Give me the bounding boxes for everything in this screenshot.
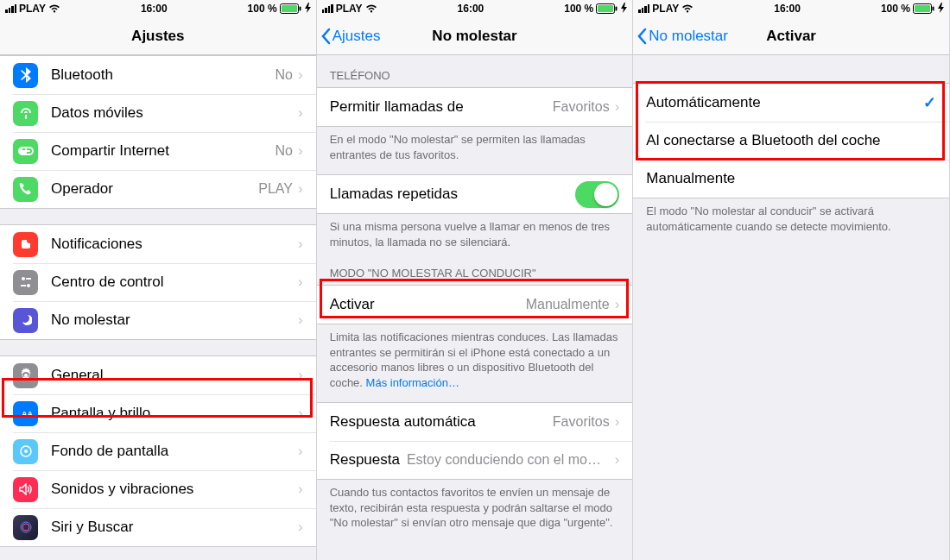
check-icon: ✓	[923, 93, 936, 112]
chevron-left-icon	[636, 28, 647, 45]
clock: 16:00	[774, 3, 801, 15]
moon-icon	[13, 308, 38, 333]
signal-icon	[5, 4, 16, 13]
nav-bar: No molestar Activar	[633, 17, 949, 55]
battery-icon	[280, 3, 302, 14]
cell-label: Centro de control	[51, 274, 298, 291]
antenna-icon	[13, 101, 38, 126]
nav-title: Ajustes	[131, 28, 184, 45]
battery-percent: 100 %	[881, 3, 910, 15]
activate-screen: PLAY 16:00 100 % No molestar Activar Aut…	[633, 0, 950, 560]
svg-rect-18	[915, 5, 930, 12]
siri-icon	[13, 515, 38, 540]
svg-point-5	[22, 277, 25, 280]
footer-activate-mode: El modo "No molestar al conducir" se act…	[633, 198, 949, 246]
wifi-icon	[365, 4, 377, 13]
wifi-icon	[48, 4, 60, 13]
clock: 16:00	[458, 3, 484, 15]
carrier-label: PLAY	[19, 3, 46, 15]
cell-value: Favoritos	[553, 99, 610, 115]
back-button[interactable]: No molestar	[636, 17, 728, 54]
row-sounds[interactable]: Sonidos y vibraciones ›	[0, 470, 316, 508]
svg-rect-16	[616, 7, 618, 11]
row-carrier[interactable]: Operador PLAY ›	[0, 170, 316, 208]
row-general[interactable]: General ›	[0, 356, 316, 394]
row-mobile-data[interactable]: Datos móviles ›	[0, 94, 316, 132]
footer-repeat: Si una misma persona vuelve a llamar en …	[317, 214, 633, 261]
charging-icon	[305, 3, 311, 16]
wifi-icon	[681, 4, 694, 13]
cell-label: Al conectarse a Bluetooth del coche	[646, 132, 936, 149]
chevron-right-icon: ›	[298, 274, 303, 291]
cell-label: Notificaciones	[51, 236, 298, 253]
cell-label: Siri y Buscar	[51, 519, 298, 536]
row-allow-calls[interactable]: Permitir llamadas de Favoritos ›	[317, 88, 633, 126]
status-bar: PLAY 16:00 100 %	[633, 0, 949, 17]
svg-point-4	[27, 238, 32, 243]
chevron-right-icon: ›	[298, 367, 303, 384]
cell-label: Llamadas repetidas	[330, 186, 576, 203]
back-label: Ajustes	[332, 28, 381, 45]
row-notifications[interactable]: Notificaciones ›	[0, 225, 316, 263]
carrier-label: PLAY	[652, 3, 679, 15]
bluetooth-icon	[13, 63, 38, 88]
battery-percent: 100 %	[564, 3, 593, 15]
cell-label: Sonidos y vibraciones	[51, 481, 298, 498]
svg-rect-1	[282, 5, 297, 12]
chevron-right-icon: ›	[298, 405, 303, 422]
chevron-right-icon: ›	[298, 443, 303, 460]
status-bar: PLAY 16:00 100 %	[0, 0, 316, 17]
cell-label: Automáticamente	[646, 94, 923, 111]
row-dnd[interactable]: No molestar ›	[0, 301, 316, 339]
cell-label: No molestar	[51, 311, 298, 329]
cell-label: Permitir llamadas de	[330, 98, 553, 116]
row-hotspot[interactable]: Compartir Internet No ›	[0, 132, 316, 170]
sounds-icon	[13, 477, 38, 502]
row-bluetooth[interactable]: Bluetooth No ›	[0, 56, 316, 94]
nav-bar: Ajustes No molestar	[317, 17, 633, 55]
settings-screen: PLAY 16:00 100 % Ajustes Bluetooth No › …	[0, 0, 317, 560]
row-wallpaper[interactable]: Fondo de pantalla ›	[0, 432, 316, 470]
battery-percent: 100 %	[248, 3, 277, 15]
cell-value: Favoritos	[553, 414, 610, 430]
nav-title: Activar	[766, 28, 816, 45]
chevron-right-icon: ›	[615, 296, 620, 313]
cell-value: Manualmente	[526, 297, 610, 312]
chevron-right-icon: ›	[298, 236, 303, 253]
cell-label: Operador	[51, 180, 258, 198]
more-info-link[interactable]: Más información…	[366, 376, 459, 389]
svg-rect-15	[598, 5, 613, 12]
option-auto[interactable]: Automáticamente ✓	[633, 84, 949, 122]
chevron-right-icon: ›	[298, 311, 303, 329]
clock: 16:00	[141, 3, 168, 15]
cell-value: No	[276, 67, 293, 83]
option-manual[interactable]: Manualmente	[633, 160, 949, 198]
row-control-center[interactable]: Centro de control ›	[0, 263, 316, 301]
footer-allow-calls: En el modo "No molestar" se permiten las…	[317, 127, 633, 174]
cell-label: Activar	[330, 296, 526, 313]
chevron-right-icon: ›	[298, 481, 303, 498]
row-display[interactable]: AA Pantalla y brillo ›	[0, 394, 316, 432]
footer-auto-reply: Cuando tus contactos favoritos te envíen…	[317, 480, 633, 543]
row-auto-reply[interactable]: Respuesta Estoy conduciendo con el mo… ›	[317, 441, 633, 479]
row-siri[interactable]: Siri y Buscar ›	[0, 508, 316, 546]
chevron-right-icon: ›	[615, 98, 620, 116]
svg-rect-19	[932, 7, 934, 11]
row-repeat-calls[interactable]: Llamadas repetidas	[317, 175, 633, 213]
chevron-right-icon: ›	[298, 519, 303, 536]
cell-label: Fondo de pantalla	[51, 443, 298, 460]
chevron-right-icon: ›	[298, 66, 303, 84]
svg-rect-6	[26, 278, 31, 280]
phone-icon	[13, 177, 38, 202]
header-drive: MODO "NO MOLESTAR AL CONDUCIR"	[317, 261, 633, 285]
gear-icon	[13, 363, 38, 388]
back-button[interactable]: Ajustes	[320, 17, 381, 54]
option-bluetooth[interactable]: Al conectarse a Bluetooth del coche	[633, 122, 949, 160]
row-auto-reply-to[interactable]: Respuesta automática Favoritos ›	[317, 403, 633, 441]
display-icon: AA	[13, 401, 38, 426]
chevron-right-icon: ›	[298, 142, 303, 160]
toggle-repeat-calls[interactable]	[575, 181, 619, 208]
cell-value: No	[276, 143, 293, 159]
footer-activate: Limita las notificaciones mientras condu…	[317, 324, 633, 402]
row-activate[interactable]: Activar Manualmente ›	[317, 286, 633, 324]
